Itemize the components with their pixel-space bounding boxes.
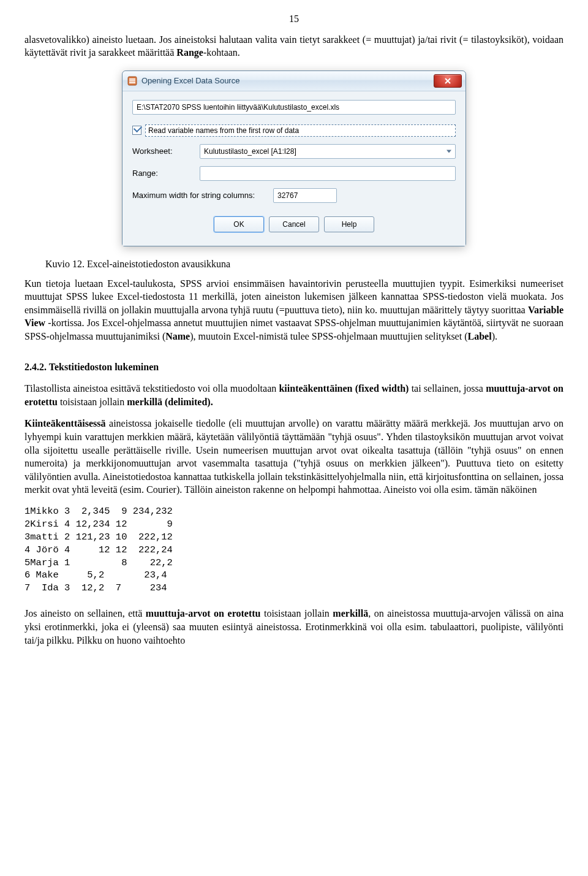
worksheet-label: Worksheet: — [132, 146, 200, 157]
close-icon — [444, 78, 451, 84]
dialog-body: E:\STAT2070 SPSS luentoihin liittyvää\Ku… — [123, 91, 466, 246]
document-page: 15 alasvetovalikko) aineisto luetaan. Jo… — [0, 0, 588, 680]
range-label: Range: — [132, 168, 200, 179]
label-bold: Label — [468, 331, 492, 341]
text: tai sellainen, jossa — [409, 383, 486, 394]
maxwidth-input[interactable]: 32767 — [273, 188, 337, 203]
titlebar: Opening Excel Data Source — [123, 71, 466, 91]
read-first-row-checkbox[interactable] — [132, 126, 141, 135]
page-number: 15 — [24, 12, 564, 26]
open-excel-dialog: Opening Excel Data Source E:\STAT2070 SP… — [122, 70, 466, 246]
paragraph-textfile-intro: Tilastollista aineistoa esittävä tekstit… — [24, 382, 564, 408]
maxwidth-value: 32767 — [277, 191, 298, 200]
maxwidth-label: Maximum width for string columns: — [132, 190, 273, 201]
ok-button[interactable]: OK — [214, 216, 264, 232]
mark-bold: merkillä — [333, 608, 368, 619]
paragraph-delimited: Jos aineisto on sellainen, että muuttuja… — [24, 607, 564, 647]
fixed-field-bold: Kiinteäkenttäisessä — [24, 418, 105, 428]
text: Kun tietoja luetaan Excel-taulukosta, SP… — [24, 278, 564, 315]
help-button[interactable]: Help — [324, 216, 374, 232]
svg-rect-3 — [129, 82, 135, 83]
figure-caption: Kuvio 12. Excel-aineistotiedoston avausi… — [45, 257, 564, 271]
range-keyword: Range — [176, 47, 203, 58]
paragraph-fixed-width: Kiinteäkenttäisessä aineistossa jokaisel… — [24, 417, 564, 497]
worksheet-value: Kulutustilasto_excel [A1:I28] — [204, 147, 296, 156]
text: -kohtaan. — [203, 47, 240, 58]
worksheet-row: Worksheet: Kulutustilasto_excel [A1:I28] — [132, 144, 456, 159]
file-path-text: E:\STAT2070 SPSS luentoihin liittyvää\Ku… — [137, 102, 339, 112]
range-input[interactable] — [200, 166, 456, 181]
range-row: Range: — [132, 166, 456, 181]
text: toisistaan jollain — [58, 397, 127, 407]
maxwidth-row: Maximum width for string columns: 32767 — [132, 188, 456, 203]
svg-rect-1 — [129, 78, 135, 80]
worksheet-select[interactable]: Kulutustilasto_excel [A1:I28] — [200, 144, 456, 159]
name-bold: Name — [165, 331, 190, 341]
text: Tilastollista aineistoa esittävä tekstit… — [24, 383, 279, 394]
fixed-width-bold: kiinteäkenttäinen (fixed width) — [279, 383, 409, 394]
read-names-row: Read variable names from the first row o… — [132, 124, 456, 137]
text: toisistaan jollain — [260, 608, 333, 619]
file-path-field: E:\STAT2070 SPSS luentoihin liittyvää\Ku… — [132, 100, 456, 115]
close-button[interactable] — [434, 74, 462, 88]
paragraph-after-dialog: Kun tietoja luetaan Excel-taulukosta, SP… — [24, 277, 564, 343]
text: alasvetovalikko) aineisto luetaan. Jos a… — [24, 34, 564, 58]
svg-rect-2 — [129, 80, 135, 82]
text: Jos aineisto on sellainen, että — [24, 608, 146, 619]
cancel-button[interactable]: Cancel — [269, 216, 319, 232]
text: ). — [492, 331, 497, 341]
delimited-mark-bold: merkillä (delimited). — [127, 397, 213, 407]
text: ), muutoin Excel-nimistä tulee SPSS-ohje… — [190, 331, 467, 341]
button-row: OK Cancel Help — [132, 210, 456, 241]
vals-separated-bold: muuttuja-arvot on erotettu — [146, 608, 261, 619]
chevron-down-icon — [447, 150, 451, 153]
dialog-title: Opening Excel Data Source — [141, 75, 434, 86]
paragraph-intro: alasvetovalikko) aineisto luetaan. Jos a… — [24, 33, 564, 59]
read-first-row-label: Read variable names from the first row o… — [145, 124, 456, 137]
fixed-width-sample: 1Mikko 3 2,345 9 234,232 2Kirsi 4 12,234… — [24, 505, 564, 595]
app-icon — [127, 76, 137, 86]
section-heading: 2.4.2. Tekstitiedoston lukeminen — [24, 360, 564, 374]
text: aineistossa jokaiselle tiedolle (eli muu… — [24, 418, 564, 495]
